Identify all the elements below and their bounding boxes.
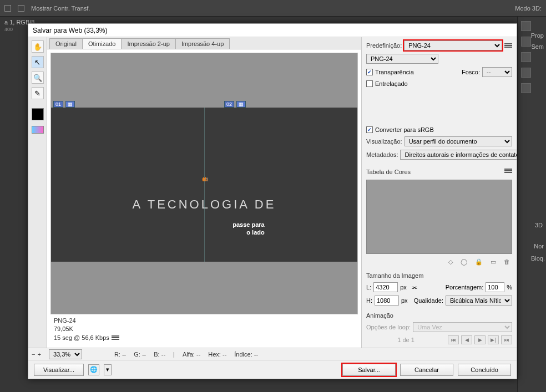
eyedropper-tool-icon[interactable]: ✎ (32, 87, 44, 99)
panel-label: Nor (534, 243, 544, 250)
status-bar: −+ 33,3% R: -- G: -- B: -- | Alfa: -- He… (28, 348, 517, 360)
zoom-tool-icon[interactable]: 🔍 (32, 72, 44, 84)
image-size-label: Tamanho da Imagem (366, 272, 512, 279)
next-frame-icon: ▶| (488, 335, 499, 344)
format-select[interactable]: PNG-24 (366, 54, 438, 64)
show-transform-label: Mostrar Contr. Transf. (31, 5, 90, 12)
3d-panel-tab[interactable]: 3D (535, 222, 543, 228)
readout-b: B: -- (154, 351, 165, 358)
preview-profile-label: Visualização: (366, 138, 402, 145)
preview-profile-select[interactable]: Usar perfil do documento (405, 136, 512, 146)
info-download-time: 15 seg @ 56,6 Kbps (54, 334, 109, 342)
cancel-button[interactable]: Cancelar (400, 364, 453, 376)
height-input[interactable] (375, 296, 399, 306)
info-filesize: 79,05K (54, 325, 355, 333)
app-options-bar: Mostrar Contr. Transf. Modo 3D: (0, 0, 546, 17)
caption-text: passe parao lado (232, 221, 264, 237)
loop-label: Opções de loop: (366, 324, 411, 330)
animation-label: Animação (366, 312, 512, 319)
color-table-menu-icon[interactable] (504, 170, 512, 171)
slice-badge[interactable]: 02 (224, 101, 234, 108)
readout-index: Índice: -- (234, 351, 258, 358)
preview-button[interactable]: Visualizar... (34, 364, 84, 376)
frame-counter: 1 de 1 (366, 337, 446, 343)
preview-info: PNG-24 79,05K 15 seg @ 56,6 Kbps (50, 314, 358, 344)
save-for-web-dialog: Salvar para Web (33,3%) ✋ ↖ 🔍 ✎ Original… (28, 23, 517, 379)
percent-input[interactable] (486, 282, 504, 292)
browser-preview-menu-icon[interactable]: ▾ (104, 364, 112, 375)
preset-select[interactable]: PNG-24 (404, 40, 502, 50)
done-button[interactable]: Concluído (458, 364, 511, 376)
dialog-title: Salvar para Web (33,3%) (28, 24, 517, 37)
quality-select[interactable]: Bicúbica Mais Nítida (446, 296, 512, 306)
width-input[interactable] (373, 282, 398, 292)
no-properties-label: Sem (531, 43, 544, 50)
interlaced-checkbox[interactable] (366, 80, 373, 87)
ct-icon[interactable]: ◯ (461, 258, 467, 266)
download-speed-menu-icon[interactable] (112, 337, 119, 338)
quality-label: Qualidade: (414, 297, 443, 304)
play-icon: ▶ (474, 335, 486, 344)
show-transform-checkbox[interactable] (18, 5, 24, 12)
tab-original[interactable]: Original (49, 38, 83, 49)
transparency-checkbox[interactable]: ✔ (366, 69, 373, 75)
srgb-checkbox[interactable]: ✔ (366, 126, 373, 133)
metadata-select[interactable]: Direitos autorais e informações de conta… (400, 150, 517, 160)
preview-canvas[interactable]: 01 ▦ 02 ▦ techt A TECNOLOGIA DE passe pa… (50, 53, 358, 314)
mode-3d-label: Modo 3D: (515, 5, 542, 12)
interlaced-label: Entrelaçado (375, 80, 408, 87)
properties-panel-tab[interactable]: Prop (531, 32, 544, 39)
panel-icon[interactable] (521, 37, 531, 47)
preset-label: Predefinição: (366, 42, 402, 49)
color-table[interactable] (366, 180, 512, 254)
panels-dock (517, 17, 546, 392)
slice-select-tool-icon[interactable]: ↖ (32, 56, 44, 68)
height-label: H: (366, 297, 372, 304)
last-frame-icon: ⏭ (501, 335, 512, 344)
ct-icon[interactable]: 🔒 (475, 258, 483, 266)
preview-tabs: Original Otimizado Impressão 2-up Impres… (47, 37, 361, 49)
readout-r: R: -- (114, 351, 126, 358)
dialog-toolstrip: ✋ ↖ 🔍 ✎ (28, 37, 47, 348)
first-frame-icon: ⏮ (448, 335, 459, 344)
optimize-settings-panel: Predefinição: PNG-24 PNG-24 ✔ Transparên… (361, 37, 517, 348)
matte-select[interactable]: -- (482, 67, 512, 77)
prev-frame-icon: ◀ (461, 335, 472, 344)
percent-label: Porcentagem: (446, 284, 483, 291)
loop-select: Uma Vez (413, 322, 512, 332)
ct-delete-icon[interactable]: 🗑 (504, 258, 510, 266)
zoom-select[interactable]: 33,3% (49, 349, 82, 359)
readout-alpha: Alfa: -- (183, 351, 200, 358)
browser-preview-icon[interactable]: 🌐 (88, 364, 99, 375)
srgb-label: Converter para sRGB (375, 126, 434, 133)
tab-otimizado[interactable]: Otimizado (82, 38, 122, 49)
readout-g: G: -- (134, 351, 146, 358)
ct-icon[interactable]: ◇ (448, 258, 453, 266)
tab-4up[interactable]: Impressão 4-up (175, 38, 230, 49)
slice-link-icon: ▦ (236, 101, 246, 108)
zoom-out-icon[interactable]: − (32, 351, 35, 358)
color-table-label: Tabela de Cores (366, 169, 411, 175)
slice-badge[interactable]: 01 (53, 101, 63, 108)
matte-label: Fosco: (462, 69, 480, 75)
panel-icon[interactable] (521, 52, 531, 62)
metadata-label: Metadados: (366, 151, 398, 158)
ct-new-icon[interactable]: ▭ (491, 258, 496, 266)
readout-hex: Hex: -- (208, 351, 226, 358)
zoom-in-icon[interactable]: + (37, 351, 41, 358)
auto-select-checkbox[interactable] (4, 5, 11, 12)
color-table-actions: ◇ ◯ 🔒 ▭ 🗑 (366, 257, 512, 267)
width-label: L: (366, 284, 371, 291)
eyedropper-color-swatch[interactable] (32, 108, 44, 120)
transparency-label: Transparência (375, 69, 414, 75)
preset-menu-icon[interactable] (504, 45, 512, 46)
panel-icon[interactable] (521, 68, 531, 78)
toggle-slices-icon[interactable] (32, 126, 44, 134)
save-button[interactable]: Salvar... (342, 364, 396, 376)
panel-icon[interactable] (521, 83, 531, 93)
hand-tool-icon[interactable]: ✋ (32, 40, 44, 53)
panel-icon[interactable] (521, 21, 531, 31)
info-format: PNG-24 (54, 317, 355, 325)
slice-link-icon: ▦ (65, 101, 75, 108)
tab-2up[interactable]: Impressão 2-up (121, 38, 175, 49)
